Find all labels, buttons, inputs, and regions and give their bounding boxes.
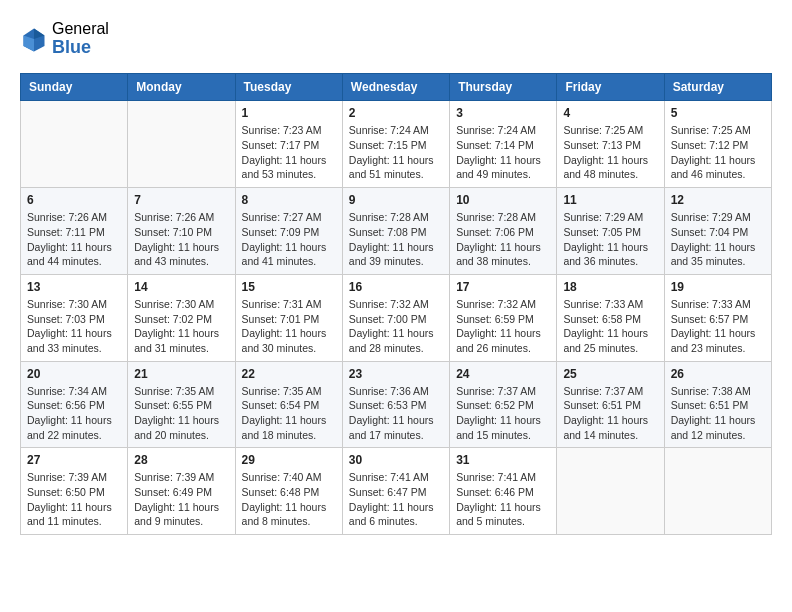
logo-text: General Blue (52, 20, 109, 57)
day-info: Sunrise: 7:26 AMSunset: 7:10 PMDaylight:… (134, 210, 228, 269)
calendar-table: SundayMondayTuesdayWednesdayThursdayFrid… (20, 73, 772, 535)
calendar-cell: 12Sunrise: 7:29 AMSunset: 7:04 PMDayligh… (664, 188, 771, 275)
logo-general: General (52, 20, 109, 38)
day-number: 6 (27, 193, 121, 207)
day-info: Sunrise: 7:27 AMSunset: 7:09 PMDaylight:… (242, 210, 336, 269)
day-info: Sunrise: 7:26 AMSunset: 7:11 PMDaylight:… (27, 210, 121, 269)
logo-icon (20, 25, 48, 53)
calendar-cell: 23Sunrise: 7:36 AMSunset: 6:53 PMDayligh… (342, 361, 449, 448)
day-info: Sunrise: 7:40 AMSunset: 6:48 PMDaylight:… (242, 470, 336, 529)
day-number: 20 (27, 367, 121, 381)
calendar-cell: 20Sunrise: 7:34 AMSunset: 6:56 PMDayligh… (21, 361, 128, 448)
calendar-cell: 4Sunrise: 7:25 AMSunset: 7:13 PMDaylight… (557, 101, 664, 188)
calendar-cell (21, 101, 128, 188)
day-number: 3 (456, 106, 550, 120)
day-number: 12 (671, 193, 765, 207)
day-number: 9 (349, 193, 443, 207)
day-info: Sunrise: 7:39 AMSunset: 6:50 PMDaylight:… (27, 470, 121, 529)
day-number: 28 (134, 453, 228, 467)
calendar-cell: 29Sunrise: 7:40 AMSunset: 6:48 PMDayligh… (235, 448, 342, 535)
calendar-week-row: 27Sunrise: 7:39 AMSunset: 6:50 PMDayligh… (21, 448, 772, 535)
day-info: Sunrise: 7:32 AMSunset: 6:59 PMDaylight:… (456, 297, 550, 356)
day-info: Sunrise: 7:32 AMSunset: 7:00 PMDaylight:… (349, 297, 443, 356)
day-number: 13 (27, 280, 121, 294)
day-info: Sunrise: 7:31 AMSunset: 7:01 PMDaylight:… (242, 297, 336, 356)
calendar-week-row: 6Sunrise: 7:26 AMSunset: 7:11 PMDaylight… (21, 188, 772, 275)
day-number: 27 (27, 453, 121, 467)
day-info: Sunrise: 7:41 AMSunset: 6:46 PMDaylight:… (456, 470, 550, 529)
calendar-header-monday: Monday (128, 74, 235, 101)
day-info: Sunrise: 7:24 AMSunset: 7:14 PMDaylight:… (456, 123, 550, 182)
day-info: Sunrise: 7:25 AMSunset: 7:12 PMDaylight:… (671, 123, 765, 182)
calendar-header-friday: Friday (557, 74, 664, 101)
calendar-cell: 1Sunrise: 7:23 AMSunset: 7:17 PMDaylight… (235, 101, 342, 188)
day-info: Sunrise: 7:29 AMSunset: 7:05 PMDaylight:… (563, 210, 657, 269)
logo-blue: Blue (52, 38, 109, 58)
calendar-cell: 27Sunrise: 7:39 AMSunset: 6:50 PMDayligh… (21, 448, 128, 535)
calendar-cell: 25Sunrise: 7:37 AMSunset: 6:51 PMDayligh… (557, 361, 664, 448)
calendar-cell: 22Sunrise: 7:35 AMSunset: 6:54 PMDayligh… (235, 361, 342, 448)
calendar-cell: 28Sunrise: 7:39 AMSunset: 6:49 PMDayligh… (128, 448, 235, 535)
day-info: Sunrise: 7:29 AMSunset: 7:04 PMDaylight:… (671, 210, 765, 269)
calendar-cell: 18Sunrise: 7:33 AMSunset: 6:58 PMDayligh… (557, 274, 664, 361)
calendar-week-row: 13Sunrise: 7:30 AMSunset: 7:03 PMDayligh… (21, 274, 772, 361)
calendar-cell: 13Sunrise: 7:30 AMSunset: 7:03 PMDayligh… (21, 274, 128, 361)
day-info: Sunrise: 7:23 AMSunset: 7:17 PMDaylight:… (242, 123, 336, 182)
day-number: 7 (134, 193, 228, 207)
calendar-cell: 3Sunrise: 7:24 AMSunset: 7:14 PMDaylight… (450, 101, 557, 188)
calendar-week-row: 20Sunrise: 7:34 AMSunset: 6:56 PMDayligh… (21, 361, 772, 448)
day-number: 26 (671, 367, 765, 381)
day-number: 17 (456, 280, 550, 294)
day-info: Sunrise: 7:38 AMSunset: 6:51 PMDaylight:… (671, 384, 765, 443)
day-number: 30 (349, 453, 443, 467)
day-number: 22 (242, 367, 336, 381)
day-number: 8 (242, 193, 336, 207)
day-info: Sunrise: 7:30 AMSunset: 7:02 PMDaylight:… (134, 297, 228, 356)
calendar-cell: 8Sunrise: 7:27 AMSunset: 7:09 PMDaylight… (235, 188, 342, 275)
calendar-header-wednesday: Wednesday (342, 74, 449, 101)
calendar-cell: 10Sunrise: 7:28 AMSunset: 7:06 PMDayligh… (450, 188, 557, 275)
calendar-cell: 11Sunrise: 7:29 AMSunset: 7:05 PMDayligh… (557, 188, 664, 275)
calendar-header-saturday: Saturday (664, 74, 771, 101)
day-info: Sunrise: 7:37 AMSunset: 6:52 PMDaylight:… (456, 384, 550, 443)
calendar-cell: 14Sunrise: 7:30 AMSunset: 7:02 PMDayligh… (128, 274, 235, 361)
calendar-week-row: 1Sunrise: 7:23 AMSunset: 7:17 PMDaylight… (21, 101, 772, 188)
day-info: Sunrise: 7:28 AMSunset: 7:08 PMDaylight:… (349, 210, 443, 269)
calendar-cell: 31Sunrise: 7:41 AMSunset: 6:46 PMDayligh… (450, 448, 557, 535)
day-number: 2 (349, 106, 443, 120)
calendar-cell (557, 448, 664, 535)
calendar-cell (664, 448, 771, 535)
day-number: 18 (563, 280, 657, 294)
day-number: 1 (242, 106, 336, 120)
calendar-header-row: SundayMondayTuesdayWednesdayThursdayFrid… (21, 74, 772, 101)
day-info: Sunrise: 7:37 AMSunset: 6:51 PMDaylight:… (563, 384, 657, 443)
calendar-cell (128, 101, 235, 188)
day-number: 5 (671, 106, 765, 120)
day-number: 14 (134, 280, 228, 294)
page-header: General Blue (20, 20, 772, 57)
calendar-cell: 19Sunrise: 7:33 AMSunset: 6:57 PMDayligh… (664, 274, 771, 361)
calendar-cell: 2Sunrise: 7:24 AMSunset: 7:15 PMDaylight… (342, 101, 449, 188)
calendar-cell: 30Sunrise: 7:41 AMSunset: 6:47 PMDayligh… (342, 448, 449, 535)
calendar-cell: 24Sunrise: 7:37 AMSunset: 6:52 PMDayligh… (450, 361, 557, 448)
day-number: 24 (456, 367, 550, 381)
day-info: Sunrise: 7:30 AMSunset: 7:03 PMDaylight:… (27, 297, 121, 356)
calendar-cell: 21Sunrise: 7:35 AMSunset: 6:55 PMDayligh… (128, 361, 235, 448)
day-info: Sunrise: 7:33 AMSunset: 6:58 PMDaylight:… (563, 297, 657, 356)
calendar-header-thursday: Thursday (450, 74, 557, 101)
day-info: Sunrise: 7:39 AMSunset: 6:49 PMDaylight:… (134, 470, 228, 529)
logo: General Blue (20, 20, 109, 57)
calendar-cell: 7Sunrise: 7:26 AMSunset: 7:10 PMDaylight… (128, 188, 235, 275)
day-number: 19 (671, 280, 765, 294)
calendar-header-sunday: Sunday (21, 74, 128, 101)
calendar-header-tuesday: Tuesday (235, 74, 342, 101)
day-number: 11 (563, 193, 657, 207)
day-info: Sunrise: 7:33 AMSunset: 6:57 PMDaylight:… (671, 297, 765, 356)
calendar-cell: 16Sunrise: 7:32 AMSunset: 7:00 PMDayligh… (342, 274, 449, 361)
day-number: 10 (456, 193, 550, 207)
day-info: Sunrise: 7:25 AMSunset: 7:13 PMDaylight:… (563, 123, 657, 182)
day-number: 15 (242, 280, 336, 294)
calendar-cell: 17Sunrise: 7:32 AMSunset: 6:59 PMDayligh… (450, 274, 557, 361)
day-info: Sunrise: 7:28 AMSunset: 7:06 PMDaylight:… (456, 210, 550, 269)
day-number: 23 (349, 367, 443, 381)
